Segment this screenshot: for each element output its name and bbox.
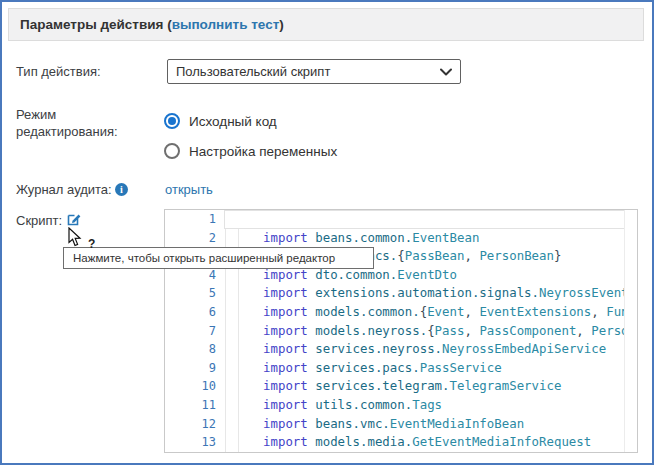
line-number: 2 — [165, 229, 224, 248]
code-line-9[interactable]: import services.pacs.PassService — [224, 359, 637, 378]
script-label: Скрипт: — [16, 213, 62, 228]
code-line-1[interactable] — [224, 210, 637, 229]
tooltip: Нажмите, чтобы открыть расширенный редак… — [63, 247, 374, 269]
edit-mode-label: Режим редактирования: — [16, 106, 146, 140]
radio-unselected-icon[interactable] — [164, 143, 180, 159]
run-test-link[interactable]: выполнить тест — [172, 17, 280, 32]
tooltip-text: Нажмите, чтобы открыть расширенный редак… — [73, 252, 335, 264]
line-number: 1 — [165, 210, 224, 229]
line-number: 9 — [165, 359, 224, 378]
info-icon[interactable]: i — [115, 183, 128, 196]
chevron-down-icon — [440, 68, 452, 76]
radio-variables-setup-label: Настройка переменных — [189, 144, 337, 159]
open-audit-log-link[interactable]: открыть — [165, 182, 213, 197]
radio-variables-setup[interactable]: Настройка переменных — [164, 143, 337, 159]
action-type-value: Пользовательский скрипт — [176, 64, 330, 79]
line-number: 10 — [165, 377, 224, 396]
mouse-cursor-icon — [68, 227, 84, 252]
code-line-5[interactable]: import extensions.automation.signals.Ney… — [224, 284, 637, 303]
line-number: 12 — [165, 415, 224, 434]
line-number: 5 — [165, 284, 224, 303]
panel-title-suffix: ) — [279, 17, 284, 32]
line-number: 6 — [165, 303, 224, 322]
action-type-select[interactable]: Пользовательский скрипт — [167, 59, 461, 84]
edit-script-icon[interactable] — [66, 211, 82, 227]
line-number: 13 — [165, 433, 224, 452]
code-line-13[interactable]: import models.media.GetEventMediaInfoReq… — [224, 433, 637, 452]
code-line-6[interactable]: import models.common.{Event, EventExtens… — [224, 303, 637, 322]
line-number: 8 — [165, 340, 224, 359]
panel-title-prefix: Параметры действия ( — [20, 17, 172, 32]
code-editor[interactable]: 12345678910111213 import beans.common.Ev… — [164, 209, 638, 453]
code-line-7[interactable]: import models.neyross.{Pass, PassCompone… — [224, 322, 637, 341]
code-line-10[interactable]: import services.telegram.TelegramService — [224, 377, 637, 396]
code-line-11[interactable]: import utils.common.Tags — [224, 396, 637, 415]
panel-header: Параметры действия (выполнить тест) — [8, 8, 644, 41]
action-type-label: Тип действия: — [16, 64, 101, 79]
radio-selected-icon[interactable] — [164, 113, 180, 129]
code-line-12[interactable]: import beans.vmc.EventMediaInfoBean — [224, 415, 637, 434]
line-number: 11 — [165, 396, 224, 415]
code-line-8[interactable]: import services.neyross.NeyrossEmbedApiS… — [224, 340, 637, 359]
line-number: 7 — [165, 322, 224, 341]
audit-log-label: Журнал аудита: — [16, 182, 112, 197]
help-cursor-question-mark: ? — [88, 237, 95, 251]
radio-source-code[interactable]: Исходный код — [164, 113, 277, 129]
code-line-2[interactable]: import beans.common.EventBean — [224, 229, 637, 248]
radio-source-code-label: Исходный код — [189, 114, 277, 129]
action-parameters-panel: Параметры действия (выполнить тест) Тип … — [0, 0, 654, 465]
scrollbar-track[interactable] — [624, 210, 637, 452]
